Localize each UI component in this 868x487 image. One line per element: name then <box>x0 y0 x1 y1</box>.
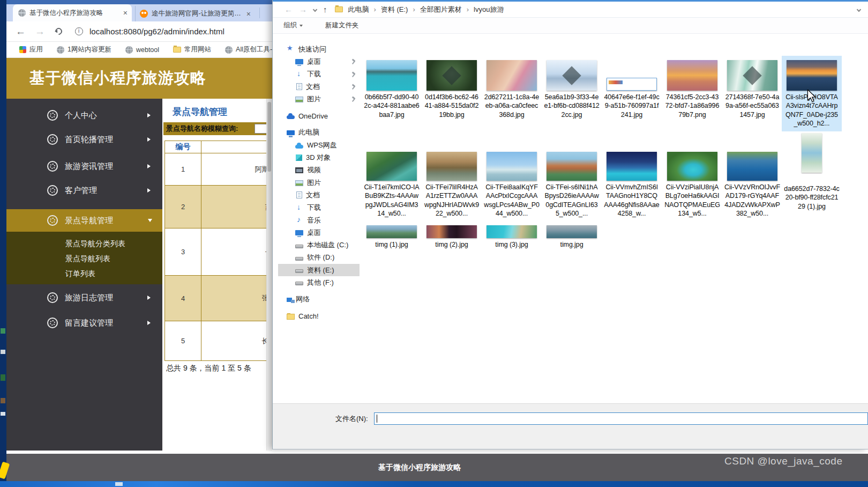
sidebar-item-personal-center[interactable]: 个人中心 <box>6 105 162 126</box>
file-tile[interactable]: 0d14f3b6-bc62-4641-a884-515da0f219bb.jpg <box>424 60 480 119</box>
tab-admin-page[interactable]: 基于微信小程序旅游攻略 × <box>13 4 132 21</box>
nav-label: 下载 <box>307 203 321 212</box>
nav-videos[interactable]: 视频 <box>278 164 360 176</box>
sidebar-item-suggestions[interactable]: 留言建议管理 <box>6 312 162 334</box>
address-dropdown-icon[interactable] <box>857 8 861 12</box>
page-scrollbar-thumb[interactable] <box>267 102 271 172</box>
close-icon[interactable]: × <box>123 9 128 17</box>
sidebar-item-customers[interactable]: 客户管理 <box>6 180 162 201</box>
sidebar-item-travel-log[interactable]: 旅游日志管理 <box>6 287 162 308</box>
nav-quick-access[interactable]: 快速访问 <box>278 43 360 55</box>
submenu-item-nav-category-list[interactable]: 景点导航分类列表 <box>6 236 162 251</box>
nav-drive-f[interactable]: 其他 (F:) <box>278 276 360 289</box>
image-thumbnail <box>487 225 537 238</box>
chevron-right-icon <box>147 296 151 300</box>
nav-label: WPS网盘 <box>307 141 337 150</box>
file-tile[interactable]: timg.jpg <box>544 223 600 249</box>
nav-3d-objects[interactable]: 3D 对象 <box>278 151 360 164</box>
file-tile[interactable]: Cii-T1ei7kmICO-IABuB9KZts-4AAAwpgJWDLsAG… <box>364 152 420 218</box>
bookmark-item[interactable]: webtool <box>125 46 159 54</box>
file-tile[interactable]: 40647e6e-f1ef-49c9-a51b-760997a1f241.jpg <box>604 60 660 119</box>
submenu-item-order-list[interactable]: 订单列表 <box>6 266 162 281</box>
breadcrumb-lvyou[interactable]: lvyou旅游 <box>474 5 504 14</box>
nav-documents[interactable]: 文档 <box>278 80 360 93</box>
computer-icon <box>287 130 295 135</box>
tab-tuniu[interactable]: 途牛旅游网官网-让旅游更简单 … × <box>135 6 255 21</box>
new-folder-button[interactable]: 新建文件夹 <box>325 21 359 30</box>
image-thumbnail <box>487 152 537 181</box>
filename-input[interactable] <box>374 412 868 425</box>
breadcrumb-drive-e[interactable]: 资料 (E:) <box>381 5 408 14</box>
pagination-summary: 总共 9 条，当前 1 至 5 条 <box>166 364 251 373</box>
tab-divider <box>259 8 260 18</box>
file-tile[interactable]: Cii-VVziPiaIU8njABLg7oeHa6kAAGINAOTQPMAE… <box>664 152 720 218</box>
reload-icon[interactable] <box>54 26 63 36</box>
nav-pictures[interactable]: 图片 <box>278 93 360 105</box>
pictures-icon <box>295 180 303 186</box>
bookmark-item[interactable]: 1网站内容更新 <box>57 45 111 54</box>
chevron-right-icon <box>147 321 151 325</box>
nav-music[interactable]: 音乐 <box>278 214 360 226</box>
up-icon[interactable]: ↑ <box>323 5 327 13</box>
file-tile[interactable]: Cii-TFei7liIR4HzAA1rzETTZw0AAAwpgNJHrIAD… <box>424 152 480 218</box>
cell-id: 4 <box>165 276 201 321</box>
forward-icon[interactable]: → <box>35 26 45 36</box>
image-thumbnail <box>667 60 717 91</box>
file-tile[interactable]: timg (1).jpg <box>364 223 420 249</box>
breadcrumb-this-pc[interactable]: 此电脑 <box>348 5 369 14</box>
nav-downloads-pc[interactable]: 下载 <box>278 202 360 214</box>
nav-network[interactable]: 网络 <box>278 293 360 306</box>
file-tile[interactable]: Cii-VVzVRnOIJvvFAD179-rGYq4AAF4JADZvWkAP… <box>724 152 780 218</box>
nav-catch-folder[interactable]: Catch! <box>278 310 360 322</box>
nav-pictures-pc[interactable]: 图片 <box>278 176 360 189</box>
forward-icon[interactable]: → <box>299 5 307 13</box>
file-tile[interactable]: 2714368f-7e50-4a9a-a56f-ec55a0631457.jpg <box>724 60 780 119</box>
sidebar-item-travel-info[interactable]: 旅游资讯管理 <box>6 156 162 177</box>
nav-downloads[interactable]: 下载 <box>278 68 360 80</box>
gear-icon <box>47 110 58 121</box>
url-text[interactable]: localhost:8080/pg62/admin/index.html <box>89 27 225 36</box>
nav-desktop[interactable]: 桌面 <box>278 55 360 68</box>
nav-drive-e[interactable]: 资料 (E:) <box>278 264 360 276</box>
file-name: 0b66b5f7-dd90-402c-a424-881aabe6baa7.jpg <box>364 93 420 119</box>
nav-desktop-pc[interactable]: 桌面 <box>278 226 360 239</box>
gear-icon <box>47 161 58 172</box>
file-tile[interactable]: 74361cf5-2cc3-4372-bfd7-1a86a99679b7.png <box>664 60 720 119</box>
sidebar-item-carousel[interactable]: 首页轮播管理 <box>6 129 162 150</box>
nav-wps-cloud[interactable]: WPS网盘 <box>278 139 360 151</box>
pin-icon <box>351 84 356 89</box>
windows-taskbar[interactable] <box>0 481 868 487</box>
csdn-watermark: CSDN @love_java_code <box>724 455 842 467</box>
file-tile[interactable]: timg (3).jpg <box>484 223 540 249</box>
file-tile[interactable]: da6652d7-7832-4c20-bf90-ff28fcfc2129 (1)… <box>784 133 840 211</box>
chevron-down-icon <box>148 219 152 222</box>
file-tile[interactable]: Cii-TFei8aaIKqYFAAcPtxICcgcAAAwsgLPcs4AB… <box>484 152 540 218</box>
image-thumbnail <box>487 60 537 91</box>
nav-documents-pc[interactable]: 文档 <box>278 189 360 201</box>
info-icon[interactable] <box>75 27 83 35</box>
bookmark-folder[interactable]: 常用网站 <box>173 45 211 54</box>
submenu-item-nav-list[interactable]: 景点导航列表 <box>6 251 162 266</box>
file-name: 5ea6a1b9-3f33-4ee1-bf6b-cd088f4122cc.jpg <box>544 93 600 119</box>
nav-drive-d[interactable]: 软件 (D:) <box>278 252 360 264</box>
back-icon[interactable]: ← <box>16 26 26 36</box>
file-tile[interactable]: timg (2).jpg <box>424 223 480 249</box>
nav-onedrive[interactable]: OneDrive <box>278 109 360 122</box>
file-tile[interactable]: Cii-TFei-s6INi1hABpysD26ieAAAAw0gCdITEAG… <box>544 152 600 218</box>
recent-locations-icon[interactable] <box>313 7 317 11</box>
file-tile[interactable]: Cii-VVmvhZmIS6lTAAGnoH1Y8CQAAA46gNfis8AA… <box>604 152 660 218</box>
nav-drive-c[interactable]: 本地磁盘 (C:) <box>278 239 360 251</box>
dialog-toolbar: 组织 新建文件夹 <box>273 18 868 34</box>
drive-icon <box>295 282 303 285</box>
close-icon[interactable]: × <box>246 10 251 18</box>
breadcrumb-all-images[interactable]: 全部图片素材 <box>420 5 462 14</box>
file-tile[interactable]: 2d627211-1c8a-4eeb-a06a-ca0cfeec368d.jpg <box>484 60 540 119</box>
download-icon <box>295 204 303 211</box>
nav-this-pc[interactable]: 此电脑 <box>278 127 360 139</box>
back-icon[interactable]: ← <box>285 5 293 13</box>
file-tile[interactable]: 5ea6a1b9-3f33-4ee1-bf6b-cd088f4122cc.jpg <box>544 60 600 119</box>
organize-button[interactable]: 组织 <box>283 21 303 30</box>
file-tile[interactable]: 0b66b5f7-dd90-402c-a424-881aabe6baa7.jpg <box>364 60 420 119</box>
bookmark-apps[interactable]: 应用 <box>19 45 43 54</box>
sidebar-item-scenic-nav[interactable]: 景点导航管理 <box>6 209 162 232</box>
